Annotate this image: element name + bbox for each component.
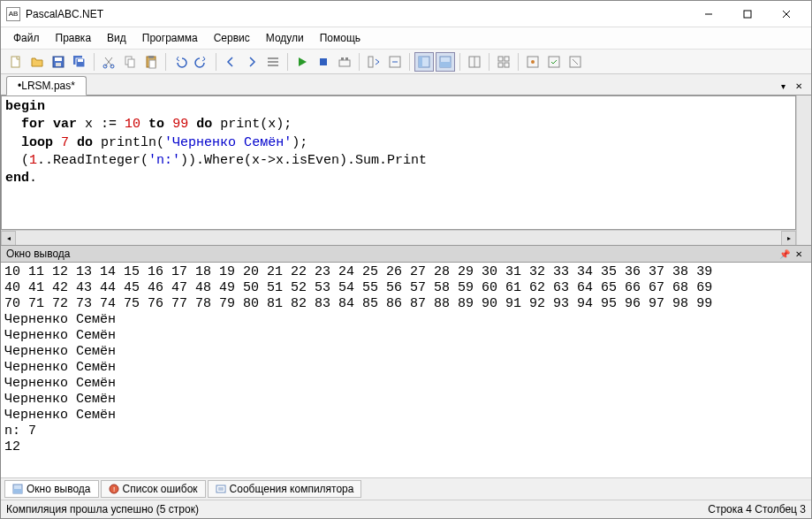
cut-button[interactable] <box>99 52 118 72</box>
svg-rect-21 <box>320 58 327 65</box>
svg-rect-46 <box>216 485 225 492</box>
nav-fwd-button[interactable] <box>242 52 262 72</box>
stop-button[interactable] <box>314 52 333 72</box>
redo-button[interactable] <box>192 52 211 72</box>
tab-dropdown-button[interactable]: ▾ <box>776 79 790 93</box>
open-file-button[interactable] <box>27 52 47 72</box>
svg-rect-33 <box>498 57 503 61</box>
nav-list-button[interactable] <box>263 52 283 72</box>
copy-button[interactable] <box>120 52 140 72</box>
save-button[interactable] <box>49 52 68 72</box>
tool1-button[interactable] <box>494 52 513 72</box>
svg-rect-24 <box>345 57 348 60</box>
svg-rect-28 <box>419 57 422 67</box>
menu-bar: ФайлПравкаВидПрограммаСервисМодулиПомощь <box>1 27 811 50</box>
svg-rect-30 <box>440 62 451 67</box>
svg-text:!: ! <box>112 485 114 493</box>
tab-close-button[interactable]: ✕ <box>792 79 806 93</box>
menu-item-2[interactable]: Вид <box>100 29 133 47</box>
bottom-tab-icon <box>12 484 23 494</box>
menu-item-4[interactable]: Сервис <box>207 29 257 47</box>
svg-rect-23 <box>341 57 344 60</box>
panel3-button[interactable] <box>465 52 484 72</box>
svg-rect-17 <box>149 60 156 68</box>
bottom-tab-label: Список ошибок <box>123 483 198 495</box>
svg-rect-22 <box>339 60 350 66</box>
svg-rect-34 <box>505 57 509 61</box>
bottom-tab-icon <box>216 484 226 494</box>
svg-rect-7 <box>56 63 61 66</box>
tool2-button[interactable] <box>523 52 543 72</box>
editor-tab[interactable]: •LRSM.pas* <box>6 76 87 95</box>
svg-rect-16 <box>148 56 154 58</box>
toolbar <box>1 50 811 74</box>
window-title: PascalABC.NET <box>26 8 689 20</box>
tool4-button[interactable] <box>565 52 585 72</box>
tool3-button[interactable] <box>544 52 564 72</box>
panel-close-icon[interactable]: ✕ <box>792 248 806 260</box>
svg-rect-25 <box>368 57 373 67</box>
code-editor[interactable]: begin for var x := 10 to 99 do print(x);… <box>1 95 796 230</box>
editor-horizontal-scrollbar[interactable]: ◂ ▸ <box>1 230 796 245</box>
maximize-button[interactable] <box>728 2 767 27</box>
menu-item-0[interactable]: Файл <box>6 29 47 47</box>
svg-rect-39 <box>549 57 559 67</box>
bottom-tab-strip: Окно вывода!Список ошибокСообщения компи… <box>1 477 811 500</box>
scroll-left-icon[interactable]: ◂ <box>1 231 16 246</box>
svg-rect-1 <box>744 11 751 18</box>
title-bar: AB PascalABC.NET <box>1 1 811 27</box>
panel2-button[interactable] <box>436 52 455 72</box>
svg-rect-4 <box>11 57 19 67</box>
svg-rect-18 <box>268 57 278 59</box>
output-panel-title: Окно вывода <box>6 248 778 260</box>
svg-rect-10 <box>78 59 83 62</box>
menu-item-6[interactable]: Помощь <box>313 29 368 47</box>
step-into-button[interactable] <box>364 52 383 72</box>
new-file-button[interactable] <box>6 52 26 72</box>
compile-button[interactable] <box>335 52 354 72</box>
panel1-button[interactable] <box>414 52 434 72</box>
output-panel[interactable]: 10 11 12 13 14 15 16 17 18 19 20 21 22 2… <box>1 263 811 477</box>
scroll-right-icon[interactable]: ▸ <box>781 231 796 246</box>
menu-item-3[interactable]: Программа <box>135 29 205 47</box>
run-button[interactable] <box>292 52 312 72</box>
menu-item-1[interactable]: Правка <box>49 29 99 47</box>
step-over-button[interactable] <box>385 52 405 72</box>
tab-strip: •LRSM.pas* ▾ ✕ <box>1 74 811 95</box>
nav-back-button[interactable] <box>221 52 240 72</box>
svg-rect-19 <box>268 61 278 63</box>
close-button[interactable] <box>767 2 806 27</box>
minimize-button[interactable] <box>689 2 728 27</box>
app-icon: AB <box>6 7 20 21</box>
svg-rect-35 <box>498 63 503 67</box>
pin-icon[interactable]: 📌 <box>778 248 792 260</box>
svg-rect-20 <box>268 65 278 66</box>
svg-line-41 <box>573 59 578 65</box>
bottom-tab-2[interactable]: Сообщения компилятора <box>208 480 362 498</box>
menu-item-5[interactable]: Модули <box>259 29 311 47</box>
bottom-tab-0[interactable]: Окно вывода <box>4 480 99 498</box>
bottom-tab-label: Окно вывода <box>27 483 91 495</box>
status-left: Компиляция прошла успешно (5 строк) <box>6 503 708 515</box>
save-all-button[interactable] <box>70 52 89 72</box>
output-panel-header: Окно вывода 📌 ✕ <box>1 245 811 263</box>
svg-rect-6 <box>55 57 62 61</box>
editor-vertical-scrollbar[interactable] <box>796 95 811 245</box>
bottom-tab-icon: ! <box>109 484 119 494</box>
bottom-tab-1[interactable]: !Список ошибок <box>101 480 206 498</box>
bottom-tab-label: Сообщения компилятора <box>230 483 354 495</box>
svg-point-38 <box>531 60 535 64</box>
svg-rect-36 <box>505 63 509 67</box>
paste-button[interactable] <box>141 52 161 72</box>
svg-rect-14 <box>128 59 134 67</box>
status-right: Строка 4 Столбец 3 <box>708 503 806 515</box>
status-bar: Компиляция прошла успешно (5 строк) Стро… <box>1 500 811 518</box>
undo-button[interactable] <box>171 52 190 72</box>
svg-rect-43 <box>13 489 22 493</box>
